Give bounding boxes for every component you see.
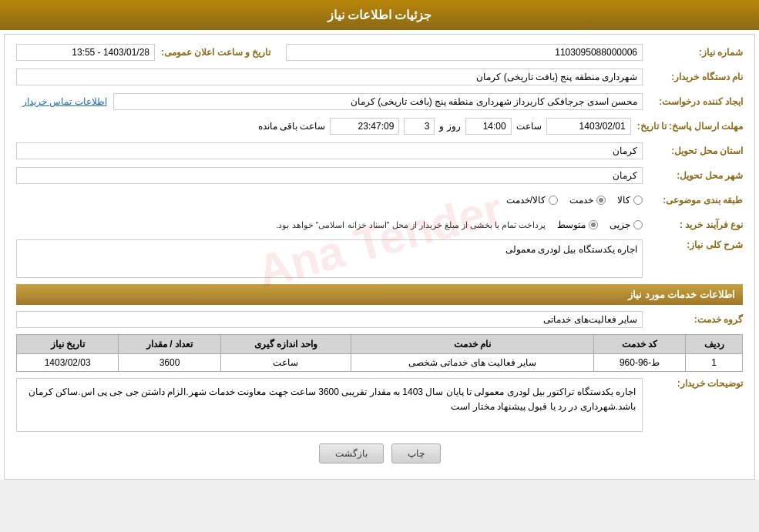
category-options: کالا خدمت کالا/خدمت (16, 195, 643, 206)
province-row: استان محل تحویل: کرمان (16, 141, 743, 161)
col-row: ردیف (686, 335, 743, 354)
deadline-date: 1403/02/01 (546, 118, 631, 135)
category-option-both[interactable]: کالا/خدمت (506, 195, 558, 206)
page-title: جزئیات اطلاعات نیاز (327, 8, 432, 22)
col-date: تاریخ نیاز (17, 335, 119, 354)
creator-contact-link[interactable]: اطلاعات تماس خریدار (16, 96, 113, 107)
services-section-label: اطلاعات خدمات مورد نیاز (628, 289, 735, 300)
province-value: کرمان (16, 142, 643, 159)
category-service-label: خدمت (569, 195, 593, 206)
need-desc-value: اجاره یکدستگاه بیل لودری معمولی (16, 239, 643, 278)
radio-medium (589, 220, 598, 229)
deadline-days-label: روز و (439, 121, 460, 132)
col-code: کد خدمت (593, 335, 685, 354)
category-row: طبقه بندی موضوعی: کالا خدمت کالا/خدمت (16, 190, 743, 210)
cell-code: ط-96-960 (593, 354, 685, 372)
main-content: شماره نیاز: 1103095088000006 تاریخ و ساع… (4, 34, 755, 480)
buyer-org-value: شهرداری منطقه پنج (بافت تاریخی) کرمان (16, 69, 643, 85)
cell-quantity: 3600 (119, 354, 220, 372)
table-row: 1ط-96-960سایر فعالیت های خدماتی شخصیساعت… (17, 354, 743, 372)
need-desc-row: شرح کلی نیاز: اجاره یکدستگاه بیل لودری م… (16, 239, 743, 278)
deadline-days: 3 (404, 118, 435, 135)
need-number-label: شماره نیاز: (643, 47, 743, 58)
service-group-row: گروه خدمت: سایر فعالیت‌های خدماتی (16, 309, 743, 330)
service-group-label: گروه خدمت: (643, 314, 743, 325)
service-group-value: سایر فعالیت‌های خدماتی (16, 311, 643, 328)
deadline-details: 1403/02/01 ساعت 14:00 روز و 3 23:47:09 س… (16, 118, 631, 135)
cell-unit: ساعت (220, 354, 351, 372)
buyer-desc-row: توضیحات خریدار: اجاره یکدستگاه تراکتور ب… (16, 378, 743, 432)
process-option-medium[interactable]: متوسط (557, 219, 598, 230)
process-options: جزیی متوسط پرداخت تمام یا بخشی از مبلغ خ… (16, 219, 643, 230)
city-label: شهر محل تحویل: (643, 170, 743, 181)
radio-service (596, 196, 606, 205)
col-unit: واحد اندازه گیری (220, 335, 351, 354)
col-name: نام خدمت (351, 335, 594, 354)
announce-date-value: 1403/01/28 - 13:55 (16, 44, 155, 61)
buyer-desc-label: توضیحات خریدار: (643, 378, 743, 389)
creator-label: ایجاد کننده درخواست: (643, 96, 743, 107)
services-table: ردیف کد خدمت نام خدمت واحد اندازه گیری ت… (16, 334, 743, 372)
button-row: چاپ بازگشت (16, 443, 743, 463)
print-button[interactable]: چاپ (391, 443, 441, 463)
province-label: استان محل تحویل: (643, 146, 743, 156)
deadline-label: مهلت ارسال پاسخ: تا تاریخ: (631, 121, 743, 132)
radio-partial (633, 220, 643, 229)
radio-goods (633, 196, 643, 205)
page-header: جزئیات اطلاعات نیاز (0, 0, 759, 30)
process-partial-label: جزیی (610, 219, 630, 230)
deadline-row: مهلت ارسال پاسخ: تا تاریخ: 1403/02/01 سا… (16, 116, 743, 136)
buyer-desc-value: اجاره یکدستگاه تراکتور بیل لودری معمولی … (16, 378, 643, 432)
process-option-partial[interactable]: جزیی (610, 219, 643, 230)
deadline-remaining-label: ساعت باقی مانده (258, 121, 326, 132)
process-row: نوع فرآیند خرید : جزیی متوسط پرداخت تمام… (16, 215, 743, 235)
announce-date-label: تاریخ و ساعت اعلان عمومی: (155, 47, 270, 58)
category-option-service[interactable]: خدمت (569, 195, 606, 206)
need-desc-label: شرح کلی نیاز: (643, 239, 743, 250)
category-label: طبقه بندی موضوعی: (643, 195, 743, 206)
need-number-row: شماره نیاز: 1103095088000006 تاریخ و ساع… (16, 42, 743, 62)
back-button[interactable]: بازگشت (319, 443, 384, 463)
cell-name: سایر فعالیت های خدماتی شخصی (351, 354, 594, 372)
creator-row: ایجاد کننده درخواست: محسن اسدی جرجافکی ک… (16, 92, 743, 112)
services-section-header: اطلاعات خدمات مورد نیاز (16, 284, 743, 305)
category-both-label: کالا/خدمت (506, 195, 546, 206)
cell-date: 1403/02/03 (17, 354, 119, 372)
buyer-org-label: نام دستگاه خریدار: (643, 72, 743, 82)
radio-both (549, 196, 558, 205)
deadline-time: 14:00 (465, 118, 512, 135)
creator-value: محسن اسدی جرجافکی کاربرداز شهرداری منطقه… (113, 93, 643, 110)
category-goods-label: کالا (617, 195, 630, 206)
process-label: نوع فرآیند خرید : (643, 219, 743, 230)
city-row: شهر محل تحویل: کرمان (16, 166, 743, 186)
main-container: Ana Tender جزئیات اطلاعات نیاز شماره نیا… (0, 0, 759, 480)
category-option-goods[interactable]: کالا (617, 195, 643, 206)
buyer-org-row: نام دستگاه خریدار: شهرداری منطقه پنج (با… (16, 67, 743, 87)
deadline-remaining: 23:47:09 (330, 118, 399, 135)
col-quantity: تعداد / مقدار (119, 335, 220, 354)
city-value: کرمان (16, 167, 643, 184)
cell-row: 1 (686, 354, 743, 372)
process-medium-label: متوسط (557, 219, 586, 230)
process-note: پرداخت تمام یا بخشی از مبلغ خریدار از مح… (276, 220, 546, 230)
deadline-time-label: ساعت (516, 121, 542, 132)
need-number-value: 1103095088000006 (286, 44, 643, 61)
